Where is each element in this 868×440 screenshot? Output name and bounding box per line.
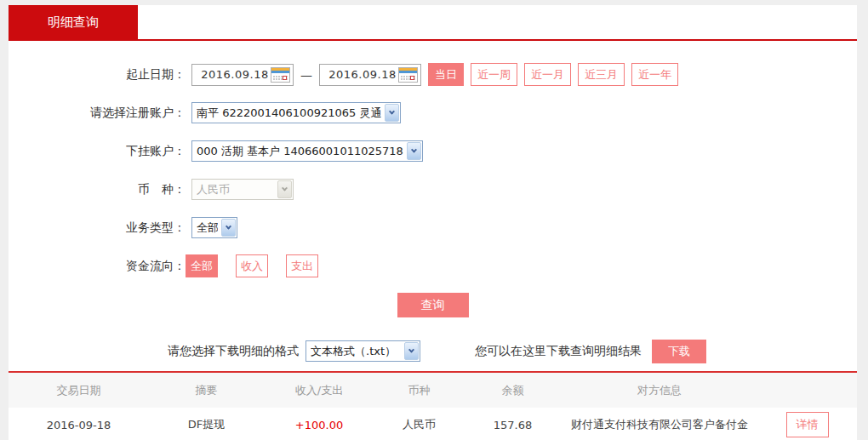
date-range-separator: — [300, 68, 312, 82]
cell-balance: 157.68 [464, 419, 562, 431]
chevron-down-icon [404, 342, 419, 360]
download-format-label: 请您选择下载明细的格式 [168, 344, 299, 359]
business-type-select[interactable]: 全部 [191, 217, 237, 238]
results-table: 交易日期 摘要 收入/支出 币种 余额 对方信息 2016-09-18 DF提现… [9, 371, 857, 440]
query-form: 起止日期： 2016.09.18 — 2016.09.18 当日 近一周 近一月… [9, 41, 857, 363]
download-hint-text: 您可以在这里下载查询明细结果 [475, 344, 642, 359]
detail-button[interactable]: 详情 [786, 412, 829, 437]
business-type-value: 全部 [197, 220, 218, 236]
header-counterparty: 对方信息 [562, 383, 757, 398]
calendar-icon[interactable] [271, 67, 290, 83]
registered-account-value: 南平 6222001406100921065 灵通卡 [197, 106, 381, 121]
table-header-row: 交易日期 摘要 收入/支出 币种 余额 对方信息 [9, 373, 857, 408]
download-row: 请您选择下载明细的格式 文本格式（.txt） 您可以在这里下载查询明细结果 下载 [168, 340, 857, 363]
business-type-row: 业务类型： 全部 [9, 216, 857, 239]
registered-account-label: 请选择注册账户： [9, 106, 186, 121]
tab-detail-query[interactable]: 明细查询 [9, 5, 138, 39]
header-currency: 币种 [374, 383, 464, 398]
cell-action: 详情 [757, 412, 857, 437]
chevron-down-icon [407, 142, 421, 160]
chevron-down-icon [385, 104, 399, 122]
calendar-selected-day [410, 76, 414, 80]
fund-flow-income-button[interactable]: 收入 [236, 254, 268, 277]
header-summary: 摘要 [149, 383, 264, 398]
registered-account-row: 请选择注册账户： 南平 6222001406100921065 灵通卡 [9, 101, 857, 124]
start-date-value: 2016.09.18 [201, 68, 268, 81]
period-last-year-button[interactable]: 近一年 [631, 63, 678, 86]
cell-summary: DF提现 [149, 417, 264, 432]
registered-account-select[interactable]: 南平 6222001406100921065 灵通卡 [191, 102, 401, 123]
currency-value: 人民币 [197, 182, 230, 197]
currency-row: 币 种： 人民币 [9, 178, 857, 201]
download-format-select[interactable]: 文本格式（.txt） [306, 340, 420, 362]
end-date-value: 2016.09.18 [328, 68, 396, 81]
period-last-month-button[interactable]: 近一月 [524, 63, 571, 86]
download-button[interactable]: 下载 [652, 340, 706, 363]
tab-bar: 明细查询 [9, 5, 857, 41]
fund-flow-label: 资金流向： [9, 259, 186, 274]
chevron-down-icon [221, 219, 236, 237]
end-date-input[interactable]: 2016.09.18 [319, 64, 421, 86]
linked-account-value: 000 活期 基本户 1406600101102571848 [197, 144, 403, 159]
table-row: 2016-09-18 DF提现 +100.00 人民币 157.68 财付通支付… [9, 408, 857, 440]
cell-counterparty: 财付通支付科技有限公司客户备付金 [562, 417, 757, 432]
fund-flow-row: 资金流向： 全部 收入 支出 [9, 254, 857, 277]
period-last-3-months-button[interactable]: 近三月 [578, 63, 625, 86]
linked-account-row: 下挂账户： 000 活期 基本户 1406600101102571848 [9, 140, 857, 163]
header-balance: 余额 [464, 383, 562, 398]
cell-currency: 人民币 [374, 417, 464, 432]
chevron-down-icon [277, 180, 292, 198]
linked-account-label: 下挂账户： [9, 144, 186, 159]
start-date-input[interactable]: 2016.09.18 [191, 64, 294, 86]
linked-account-select[interactable]: 000 活期 基本户 1406600101102571848 [191, 140, 423, 162]
date-range-row: 起止日期： 2016.09.18 — 2016.09.18 当日 近一周 近一月… [9, 63, 857, 86]
calendar-icon[interactable] [398, 67, 418, 83]
fund-flow-expense-button[interactable]: 支出 [286, 254, 318, 277]
calendar-selected-day [283, 76, 287, 80]
currency-select: 人民币 [191, 179, 294, 200]
cell-income-expense: +100.00 [264, 419, 374, 431]
period-last-week-button[interactable]: 近一周 [471, 63, 517, 86]
header-income-expense: 收入/支出 [264, 383, 374, 398]
period-today-button[interactable]: 当日 [428, 63, 464, 86]
date-range-label: 起止日期： [9, 67, 186, 83]
cell-transaction-date: 2016-09-18 [9, 419, 149, 431]
header-transaction-date: 交易日期 [9, 383, 149, 398]
fund-flow-all-button[interactable]: 全部 [186, 254, 218, 277]
content-panel: 明细查询 起止日期： 2016.09.18 — 2016.09.18 当日 近一… [9, 5, 857, 440]
download-format-value: 文本格式（.txt） [311, 344, 396, 359]
query-button[interactable]: 查询 [397, 293, 469, 317]
currency-label: 币 种： [9, 182, 186, 197]
business-type-label: 业务类型： [9, 220, 186, 236]
